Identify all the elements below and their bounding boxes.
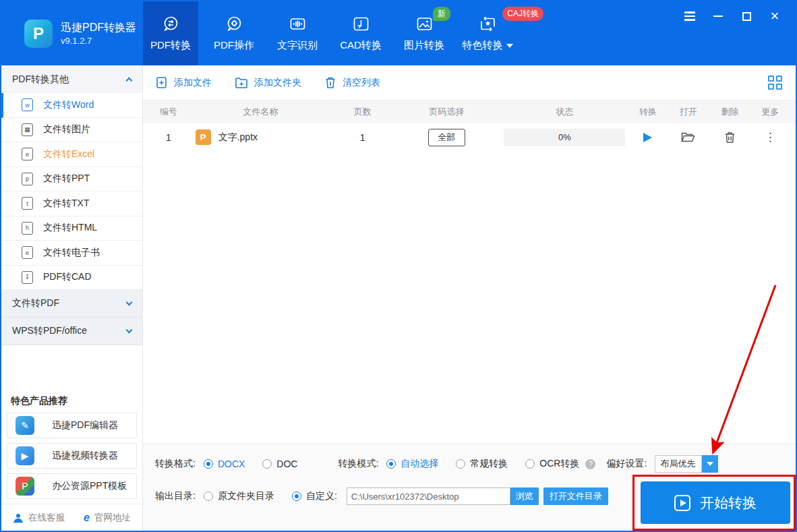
radio-auto-select[interactable]: 自动选择	[386, 458, 438, 470]
col-page-select: 页码选择	[398, 106, 494, 118]
pdf-editor-icon: ✎	[16, 416, 34, 435]
cad-doc-icon: ↧	[22, 271, 33, 284]
word-doc-icon: w	[22, 98, 33, 111]
radio-label: 原文件夹目录	[218, 490, 274, 502]
sidebar-item-label: 文件转HTML	[43, 222, 97, 234]
open-directory-button[interactable]: 打开文件目录	[543, 487, 608, 505]
txt-doc-icon: t	[22, 197, 33, 210]
html-doc-icon: h	[22, 222, 33, 235]
add-folder-button[interactable]: 添加文件夹	[235, 77, 301, 89]
help-icon[interactable]: ?	[585, 459, 595, 469]
delete-row-button[interactable]	[715, 131, 744, 144]
chevron-down-icon	[707, 462, 713, 466]
sidebar-item-to-html[interactable]: h 文件转HTML	[1, 216, 142, 241]
browse-button[interactable]: 浏览	[510, 487, 539, 505]
tab-label: 文字识别	[277, 39, 318, 52]
radio-icon	[456, 459, 465, 469]
new-badge: 新	[433, 7, 450, 21]
add-file-button[interactable]: 添加文件	[155, 76, 212, 89]
sidebar-item-label: 文件转TXT	[43, 198, 89, 210]
caj-badge: CAJ转换	[502, 7, 543, 21]
chevron-down-icon	[126, 299, 133, 306]
col-index: 编号	[143, 106, 194, 118]
footer-label: 官网地址	[94, 512, 131, 524]
sidebar-item-to-ppt[interactable]: p 文件转PPT	[1, 167, 142, 192]
tab-special-convert[interactable]: CAJ转换 特色转换	[460, 1, 515, 65]
maximize-button[interactable]	[740, 10, 752, 22]
sidebar-section-pdf-other[interactable]: PDF转换其他	[1, 65, 142, 93]
pdf-ops-icon	[225, 15, 243, 33]
format-label: 转换格式:	[155, 458, 196, 470]
image-doc-icon: ▦	[22, 123, 33, 136]
main-panel: 添加文件 添加文件夹 清空列表 编号 文件名称 页数 页码选择 状态 转换	[143, 65, 796, 531]
pptx-file-icon: P	[196, 129, 211, 145]
open-folder-button[interactable]	[661, 131, 715, 143]
toolbar-label: 清空列表	[343, 77, 380, 89]
row-index: 1	[143, 132, 194, 143]
clear-list-button[interactable]: 清空列表	[324, 76, 380, 89]
output-path-input[interactable]	[347, 487, 510, 505]
sidebar-section-wps[interactable]: WPS转PDF/office	[1, 318, 142, 345]
tab-image-convert[interactable]: 新 图片转换	[396, 1, 452, 65]
radio-icon	[262, 459, 272, 469]
radio-doc[interactable]: DOC	[262, 459, 297, 469]
sidebar-item-pdf-to-cad[interactable]: ↧ PDF转CAD	[1, 266, 142, 291]
col-delete: 删除	[715, 106, 744, 118]
radio-ocr-convert[interactable]: OCR转换 ?	[525, 458, 595, 470]
sidebar-item-label: 文件转PPT	[43, 173, 90, 185]
sidebar-item-to-word[interactable]: w 文件转Word	[1, 93, 142, 118]
sidebar-item-to-excel[interactable]: e 文件转Excel	[1, 142, 142, 167]
app-logo-icon: P	[24, 20, 53, 48]
promo-ppt-templates[interactable]: P 办公资源PPT模板	[7, 473, 137, 499]
tab-label: 图片转换	[404, 39, 444, 52]
cad-convert-icon	[352, 15, 370, 33]
sidebar-item-to-image[interactable]: ▦ 文件转图片	[1, 118, 142, 143]
chevron-down-icon	[506, 44, 513, 48]
ppt-doc-icon: p	[22, 173, 33, 185]
layout-grid-icon[interactable]	[768, 76, 782, 90]
layout-priority-dropdown[interactable]: 布局优先	[655, 455, 718, 473]
pdf-convert-icon	[162, 15, 180, 33]
online-support-link[interactable]: 在线客服	[13, 512, 65, 524]
close-button[interactable]: ×	[769, 10, 781, 22]
add-folder-icon	[235, 77, 248, 89]
tab-ocr[interactable]: 文字识别	[270, 1, 325, 65]
tab-pdf-convert[interactable]: PDF转换	[143, 1, 198, 65]
sidebar: PDF转换其他 w 文件转Word ▦ 文件转图片 e 文件转Excel p 文…	[1, 65, 143, 531]
page-select-button[interactable]: 全部	[428, 129, 465, 146]
promo-label: 办公资源PPT模板	[52, 480, 127, 492]
convert-play-button[interactable]	[643, 133, 652, 142]
radio-label: 常规转换	[470, 458, 508, 470]
file-name: 文字.pptx	[218, 131, 258, 144]
sidebar-item-label: 文件转电子书	[43, 247, 100, 259]
trash-icon	[724, 131, 736, 144]
excel-doc-icon: e	[22, 148, 33, 160]
website-link[interactable]: e 官网地址	[84, 512, 131, 524]
radio-normal-convert[interactable]: 常规转换	[456, 458, 508, 470]
sidebar-section-file-to-pdf[interactable]: 文件转PDF	[1, 290, 142, 318]
trash-icon	[324, 76, 336, 89]
section-title: 文件转PDF	[12, 297, 59, 309]
promo-pdf-editor[interactable]: ✎ 迅捷PDF编辑器	[7, 413, 137, 438]
tab-cad[interactable]: CAD转换	[333, 1, 388, 65]
menu-icon[interactable]	[684, 10, 696, 22]
radio-source-folder[interactable]: 原文件夹目录	[204, 490, 274, 502]
col-pages: 页数	[327, 106, 398, 118]
col-status: 状态	[495, 106, 634, 118]
start-convert-button[interactable]: 开始转换	[641, 481, 790, 524]
sidebar-item-to-txt[interactable]: t 文件转TXT	[1, 191, 142, 216]
footer-label: 在线客服	[28, 512, 65, 524]
sidebar-footer: 在线客服 e 官网地址	[1, 504, 142, 531]
tab-pdf-ops[interactable]: PDF操作	[206, 1, 262, 65]
radio-docx[interactable]: DOCX	[204, 459, 245, 469]
app-title: 迅捷PDF转换器	[61, 20, 136, 35]
radio-custom-folder[interactable]: 自定义:	[292, 490, 337, 502]
more-options-button[interactable]: ⋮	[765, 130, 776, 144]
video-converter-icon: ▶	[16, 446, 34, 465]
promo-video-converter[interactable]: ▶ 迅捷视频转换器	[7, 443, 137, 469]
tab-label: CAD转换	[340, 39, 382, 52]
dropdown-arrow-button[interactable]	[702, 455, 718, 473]
sidebar-item-to-ebook[interactable]: e 文件转电子书	[1, 241, 142, 266]
minimize-button[interactable]	[712, 10, 724, 22]
radio-label: 自定义:	[306, 490, 337, 502]
